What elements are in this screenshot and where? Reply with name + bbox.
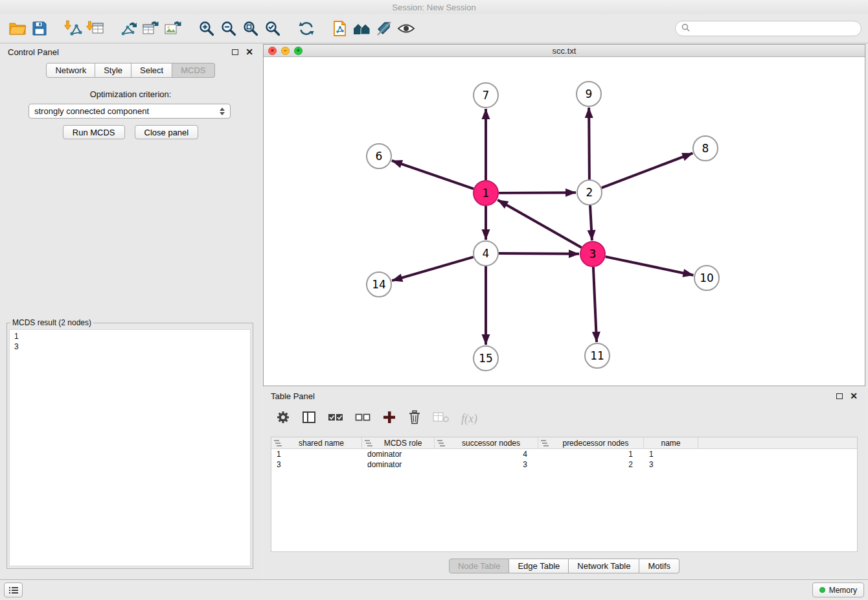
network-window-title: scc.txt — [264, 46, 865, 56]
tab-node-table[interactable]: Node Table — [449, 559, 510, 573]
search-icon — [681, 23, 690, 34]
float-panel-icon[interactable] — [232, 49, 238, 55]
status-bar: Memory — [0, 579, 868, 600]
float-table-panel-icon[interactable] — [836, 393, 843, 399]
export-table-icon[interactable] — [140, 17, 162, 40]
graph-edge-3-10[interactable] — [606, 257, 694, 275]
memory-label: Memory — [829, 586, 857, 595]
cell-successor-nodes[interactable]: 4 — [435, 450, 538, 459]
cell-shared-name[interactable]: 1 — [271, 450, 362, 459]
optimization-criterion-label: Optimization criterion: — [0, 89, 261, 99]
tab-mcds[interactable]: MCDS — [172, 63, 214, 78]
table-row[interactable]: 3 dominator 3 2 3 — [271, 459, 857, 470]
function-builder-button: f(x) — [461, 412, 477, 426]
search-input[interactable] — [693, 24, 855, 34]
tab-edge-table[interactable]: Edge Table — [509, 559, 569, 573]
export-network-icon[interactable] — [118, 17, 140, 40]
add-icon[interactable] — [382, 410, 396, 427]
graph-node-label-11: 11 — [590, 349, 604, 362]
cell-predecessor-nodes[interactable]: 2 — [538, 460, 644, 469]
column-header-shared-name[interactable]: shared name — [271, 437, 362, 448]
open-session-icon[interactable] — [6, 17, 29, 40]
home-icon[interactable] — [351, 17, 373, 40]
cell-predecessor-nodes[interactable]: 1 — [538, 450, 644, 459]
graph-edge-3-1[interactable] — [497, 200, 581, 248]
graph-node-label-7: 7 — [483, 89, 490, 102]
column-header-successor-nodes[interactable]: successor nodes — [435, 437, 538, 448]
show-columns-icon[interactable] — [302, 410, 316, 427]
column-header-predecessor-nodes[interactable]: predecessor nodes — [538, 437, 644, 448]
save-session-icon[interactable] — [29, 17, 51, 40]
delete-icon[interactable] — [408, 410, 421, 427]
column-header-name[interactable]: name — [644, 437, 698, 448]
graph-edge-1-6[interactable] — [392, 161, 474, 189]
close-table-panel-icon[interactable]: ✕ — [850, 391, 858, 400]
mcds-result-list[interactable]: 1 3 — [9, 329, 251, 566]
graph-node-label-15: 15 — [479, 352, 493, 365]
close-panel-button[interactable]: Close panel — [135, 125, 199, 139]
zoom-in-icon[interactable] — [196, 17, 218, 40]
table-settings-gear-icon[interactable] — [276, 410, 290, 427]
show-hide-graphics-details-icon[interactable] — [373, 17, 395, 40]
memory-status-dot — [819, 587, 825, 593]
zoom-selected-icon[interactable] — [262, 17, 284, 40]
table-toolbar: f(x) — [276, 410, 477, 428]
control-panel: Control Panel ✕ Network Style Select MCD… — [0, 43, 261, 579]
import-network-icon[interactable] — [62, 17, 84, 40]
graph-node-label-14: 14 — [372, 278, 386, 291]
graph-edge-3-11[interactable] — [593, 267, 597, 342]
close-panel-icon[interactable]: ✕ — [246, 47, 253, 56]
graph-edge-2-9[interactable] — [589, 108, 589, 179]
window-title: Session: New Session — [392, 3, 475, 12]
table-row[interactable]: 1 dominator 4 1 1 — [271, 449, 857, 459]
task-history-button[interactable] — [4, 583, 23, 597]
network-window-titlebar: × − + scc.txt — [264, 45, 865, 57]
tab-select[interactable]: Select — [131, 63, 172, 78]
zoom-out-icon[interactable] — [218, 17, 240, 40]
column-header-mcds-role[interactable]: MCDS role — [362, 437, 435, 448]
graph-node-label-4: 4 — [483, 247, 490, 260]
zoom-fit-icon[interactable] — [240, 17, 262, 40]
cell-name[interactable]: 1 — [644, 450, 698, 459]
main-toolbar — [0, 14, 868, 43]
graph-edge-2-3[interactable] — [590, 205, 592, 240]
criterion-select[interactable]: strongly connected component — [29, 104, 231, 119]
network-window: × − + scc.txt 7968124314101511 — [263, 44, 865, 386]
deselect-all-icon[interactable] — [355, 411, 371, 426]
column-type-icon — [365, 440, 372, 446]
network-graph: 7968124314101511 — [264, 57, 865, 386]
cell-mcds-role[interactable]: dominator — [362, 450, 435, 459]
cell-name[interactable]: 3 — [644, 460, 698, 469]
cell-shared-name[interactable]: 3 — [271, 460, 362, 469]
import-table-icon[interactable] — [84, 17, 106, 40]
eye-icon[interactable] — [395, 17, 417, 40]
column-type-icon — [437, 440, 445, 446]
graph-edge-4-14[interactable] — [392, 257, 474, 281]
delete-table-icon — [433, 411, 450, 426]
search-box[interactable] — [675, 21, 862, 36]
table-panel-title: Table Panel — [271, 391, 315, 401]
graph-node-label-1: 1 — [483, 187, 490, 200]
app-window: Session: New Session — [0, 0, 868, 600]
tab-motifs[interactable]: Motifs — [639, 559, 680, 573]
window-titlebar: Session: New Session — [0, 0, 868, 14]
apply-layout-icon[interactable] — [295, 17, 317, 40]
export-image-icon[interactable] — [162, 17, 184, 40]
graph-edge-4-3[interactable] — [499, 253, 579, 254]
memory-button[interactable]: Memory — [812, 583, 864, 597]
network-canvas[interactable]: 7968124314101511 — [264, 57, 865, 386]
run-mcds-button[interactable]: Run MCDS — [63, 125, 125, 139]
select-all-icon[interactable] — [328, 411, 343, 426]
tab-network[interactable]: Network — [46, 63, 95, 78]
graph-edge-2-8[interactable] — [602, 153, 693, 187]
graph-node-label-10: 10 — [700, 271, 714, 284]
cell-successor-nodes[interactable]: 3 — [435, 460, 538, 469]
tab-network-table[interactable]: Network Table — [569, 559, 639, 573]
cell-mcds-role[interactable]: dominator — [362, 460, 435, 469]
graph-edge-1-2[interactable] — [499, 192, 576, 193]
create-network-from-selection-icon[interactable] — [329, 17, 351, 40]
column-type-icon — [541, 440, 549, 446]
mcds-result-legend: MCDS result (2 nodes) — [10, 318, 93, 327]
node-table-header: shared name MCDS role successor nodes pr… — [271, 437, 857, 449]
tab-style[interactable]: Style — [95, 63, 131, 78]
